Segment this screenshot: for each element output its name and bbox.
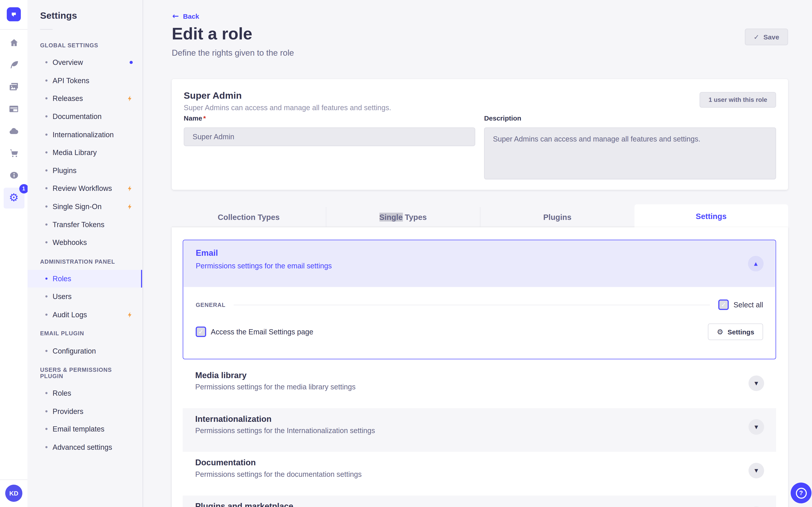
role-card: Super Admin Super Admins can access and …: [172, 79, 788, 190]
content-type-builder-icon[interactable]: [0, 54, 28, 76]
tab-plugins[interactable]: Plugins: [480, 207, 634, 227]
access-email-settings-checkbox[interactable]: ✓: [196, 327, 206, 337]
sidebar-item-internationalization[interactable]: •Internationalization: [28, 125, 142, 144]
sidebar-item-audit-logs[interactable]: •Audit Logs: [28, 305, 142, 324]
sidebar-item-releases[interactable]: •Releases: [28, 90, 142, 108]
check-icon: ✓: [754, 34, 759, 40]
sidebar-item-transfer-tokens[interactable]: •Transfer Tokens: [28, 215, 142, 233]
expand-accordion-button[interactable]: ▼: [748, 463, 764, 478]
help-button[interactable]: ?: [791, 483, 811, 503]
collapse-accordion-button[interactable]: ▲: [748, 256, 763, 271]
expand-accordion-button[interactable]: ▼: [748, 419, 764, 435]
sidebar-item-label: Providers: [53, 407, 83, 415]
page-title: Edit a role: [172, 24, 252, 44]
sidebar-item-label: Single Sign-On: [53, 202, 101, 211]
sidebar-item-label: Transfer Tokens: [53, 220, 104, 229]
sidebar-item-label: Plugins: [53, 166, 77, 175]
accordion-subtitle: Permissions settings for the email setti…: [196, 262, 763, 270]
sidebar-divider: [40, 29, 53, 30]
sidebar-item-advanced-settings[interactable]: •Advanced settings: [28, 438, 142, 456]
accordion-title: Documentation: [195, 458, 763, 467]
nav-divider: [0, 29, 28, 30]
sidebar-item-single-sign-on[interactable]: •Single Sign-On: [28, 198, 142, 215]
selected-text: Single: [379, 213, 403, 221]
sidebar-item-webhooks[interactable]: •Webhooks: [28, 233, 142, 251]
page-subtitle: Define the rights given to the role: [172, 48, 294, 58]
bullet-icon: •: [44, 293, 49, 300]
sidebar-item-providers[interactable]: •Providers: [28, 402, 142, 420]
sidebar-section-label: EMAIL PLUGIN: [40, 330, 130, 337]
sidebar-item-label: Roles: [53, 389, 71, 397]
tab-single-types[interactable]: Single Types: [325, 207, 480, 227]
permissions-tabs: Collection Types Single Types Plugins Se…: [172, 205, 788, 227]
permission-rows: Media libraryPermissions settings for th…: [183, 364, 776, 507]
users-with-role-button[interactable]: 1 user with this role: [700, 92, 776, 108]
tab-settings[interactable]: Settings: [634, 205, 788, 227]
nav-bottom-divider: [0, 480, 28, 480]
bullet-icon: •: [44, 390, 49, 397]
information-icon[interactable]: [0, 164, 28, 186]
sidebar-item-label: Audit Logs: [53, 311, 87, 319]
save-button-label: Save: [763, 33, 779, 41]
notification-dot-icon: [130, 61, 133, 64]
sidebar-item-roles[interactable]: •Roles: [28, 270, 142, 288]
back-link[interactable]: ← Back: [172, 12, 199, 20]
settings-tab-panel: Email Permissions settings for the email…: [172, 227, 788, 507]
permission-accordion-internationalization[interactable]: InternationalizationPermissions settings…: [183, 408, 776, 452]
permission-accordion-documentation[interactable]: DocumentationPermissions settings for th…: [183, 452, 776, 496]
check-icon: ✓: [721, 301, 726, 308]
select-all-label: Select all: [733, 300, 763, 309]
settings-nav-button[interactable]: ⚙ 1: [3, 187, 24, 208]
name-input[interactable]: Super Admin: [184, 127, 475, 146]
home-icon[interactable]: [0, 32, 28, 54]
accordion-title: Plugins and marketplace: [195, 502, 763, 507]
sidebar-item-api-tokens[interactable]: •API Tokens: [28, 72, 142, 90]
sidebar-section-label: ADMINISTRATION PANEL: [40, 258, 130, 265]
general-section-row: GENERAL ✓ Select all: [196, 299, 763, 310]
sidebar-item-email-templates[interactable]: •Email templates: [28, 420, 142, 438]
permission-accordion-media-library[interactable]: Media libraryPermissions settings for th…: [183, 364, 776, 408]
media-library-icon[interactable]: [0, 76, 28, 98]
bullet-icon: •: [44, 185, 49, 192]
permission-accordion-plugins-and-marketplace[interactable]: Plugins and marketplace▼: [183, 496, 776, 507]
bullet-icon: •: [44, 95, 49, 102]
sidebar-item-label: Review Workflows: [53, 184, 112, 193]
save-button[interactable]: ✓ Save: [745, 29, 788, 45]
bullet-icon: •: [44, 408, 49, 415]
email-permissions-accordion: Email Permissions settings for the email…: [183, 240, 776, 359]
main-nav-strip: ⚙ 1 KD: [0, 0, 28, 507]
settings-sidebar: Settings GLOBAL SETTINGS•Overview•API To…: [28, 0, 143, 507]
back-label: Back: [183, 12, 199, 20]
sidebar-item-media-library[interactable]: •Media Library: [28, 144, 142, 162]
bullet-icon: •: [44, 426, 49, 433]
accordion-title: Email: [196, 248, 763, 258]
email-accordion-body: GENERAL ✓ Select all ✓ Access the Email …: [183, 287, 775, 359]
email-accordion-header[interactable]: Email Permissions settings for the email…: [183, 240, 775, 287]
sidebar-item-users[interactable]: •Users: [28, 287, 142, 305]
deploy-cloud-icon[interactable]: [0, 120, 28, 142]
sidebar-item-documentation[interactable]: •Documentation: [28, 108, 142, 125]
role-description-text: Super Admins can access and manage all f…: [184, 103, 391, 112]
sidebar-item-label: Media Library: [53, 148, 97, 157]
sidebar-item-label: Documentation: [53, 112, 101, 121]
marketplace-cart-icon[interactable]: [0, 142, 28, 164]
description-field-label: Description: [484, 114, 521, 122]
sidebar-item-roles[interactable]: •Roles: [28, 384, 142, 402]
tab-collection-types[interactable]: Collection Types: [172, 207, 326, 227]
description-textarea[interactable]: Super Admins can access and manage all f…: [484, 127, 776, 179]
expand-accordion-button[interactable]: ▼: [748, 376, 764, 391]
user-avatar[interactable]: KD: [5, 485, 22, 502]
bullet-icon: •: [44, 275, 49, 282]
sidebar-item-plugins[interactable]: •Plugins: [28, 162, 142, 180]
strapi-logo[interactable]: [7, 7, 21, 21]
sidebar-item-label: Overview: [53, 58, 83, 67]
select-all-checkbox[interactable]: ✓: [718, 299, 729, 310]
sidebar-item-configuration[interactable]: •Configuration: [28, 342, 142, 360]
sidebar-item-review-workflows[interactable]: •Review Workflows: [28, 180, 142, 198]
lightning-icon: [126, 311, 133, 318]
sidebar-item-overview[interactable]: •Overview: [28, 54, 142, 72]
accordion-title: Internationalization: [195, 414, 763, 424]
permission-settings-button[interactable]: ⚙ Settings: [708, 323, 763, 340]
content-manager-icon[interactable]: [0, 98, 28, 120]
bullet-icon: •: [44, 113, 49, 120]
